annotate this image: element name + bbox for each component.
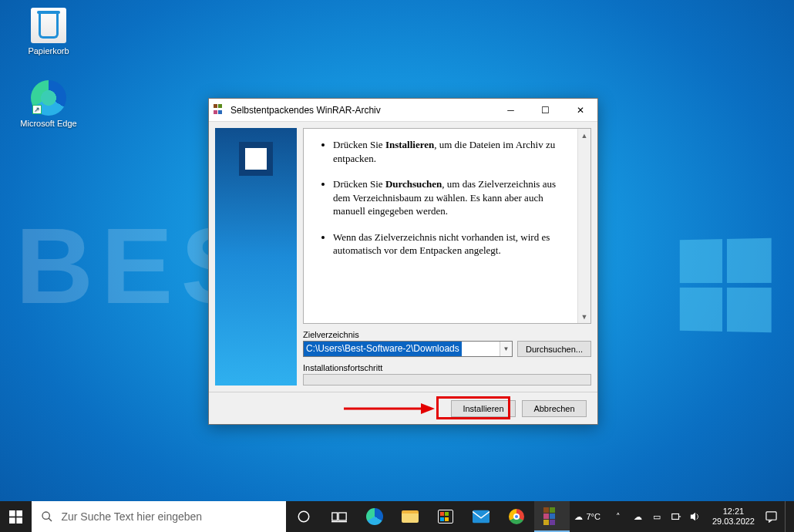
desktop-icon-label: Microsoft Edge bbox=[19, 119, 79, 128]
cancel-button[interactable]: Abbrechen bbox=[522, 400, 587, 417]
tray-network-icon[interactable] bbox=[671, 511, 682, 523]
taskbar-search[interactable]: Zur Suche Text hier eingeben bbox=[32, 501, 286, 532]
svg-rect-2 bbox=[9, 510, 15, 517]
installer-graphic-icon bbox=[239, 142, 273, 176]
progress-label: Installationsfortschritt bbox=[303, 363, 591, 372]
dialog-info-text: Drücken Sie Installieren, um die Dateien… bbox=[303, 128, 591, 324]
task-view-icon bbox=[331, 510, 347, 523]
winrar-icon bbox=[214, 104, 226, 116]
info-bullet: Wenn das Zielverzeichnis nicht vorhanden… bbox=[333, 231, 567, 258]
svg-rect-3 bbox=[17, 510, 23, 517]
mail-icon bbox=[473, 510, 490, 524]
circle-icon bbox=[297, 510, 311, 524]
scrollbar[interactable]: ▲ ▼ bbox=[577, 129, 590, 323]
desktop: BEST E S T S E R Papierkorb ↗ Microsoft … bbox=[0, 0, 794, 532]
svg-rect-16 bbox=[766, 511, 776, 519]
tray-time: 12:21 bbox=[712, 507, 755, 517]
show-desktop-button[interactable] bbox=[785, 501, 789, 532]
winrar-icon bbox=[543, 507, 560, 524]
tray-notifications-icon[interactable] bbox=[765, 511, 777, 523]
browse-button[interactable]: Durchsuchen... bbox=[517, 341, 591, 357]
desktop-icon-recycle-bin[interactable]: Papierkorb bbox=[19, 8, 79, 56]
tray-weather[interactable]: ☁ 7°C bbox=[574, 512, 600, 522]
taskbar: Zur Suche Text hier eingeben ☁ 7°C ˄ ☁ ▭… bbox=[0, 501, 794, 532]
folder-icon bbox=[402, 510, 419, 523]
winrar-sfx-dialog: Selbstentpackendes WinRAR-Archiv ─ ☐ ✕ D… bbox=[208, 98, 598, 425]
weather-temp: 7°C bbox=[586, 512, 600, 521]
taskbar-app-explorer[interactable] bbox=[392, 501, 428, 532]
svg-rect-13 bbox=[672, 514, 679, 520]
install-button[interactable]: Installieren bbox=[451, 400, 516, 417]
task-view-button[interactable] bbox=[321, 501, 357, 532]
dialog-title: Selbstentpackendes WinRAR-Archiv bbox=[230, 105, 493, 116]
windows-icon bbox=[9, 510, 22, 524]
desktop-icon-label: Papierkorb bbox=[19, 46, 79, 56]
tray-date: 29.03.2022 bbox=[712, 517, 755, 527]
tray-volume-icon[interactable] bbox=[690, 511, 701, 523]
dialog-side-panel bbox=[215, 128, 297, 386]
info-bullet: Drücken Sie Installieren, um die Dateien… bbox=[333, 138, 567, 165]
maximize-button[interactable]: ☐ bbox=[528, 99, 563, 121]
taskbar-app-mail[interactable] bbox=[463, 501, 499, 532]
taskbar-app-edge[interactable] bbox=[357, 501, 392, 532]
tray-overflow-button[interactable]: ˄ bbox=[613, 511, 624, 523]
search-placeholder: Zur Suche Text hier eingeben bbox=[61, 510, 202, 523]
close-button[interactable]: ✕ bbox=[563, 99, 597, 121]
svg-line-7 bbox=[49, 518, 52, 521]
svg-point-6 bbox=[42, 512, 49, 519]
svg-marker-15 bbox=[691, 513, 695, 521]
desktop-icon-edge[interactable]: ↗ Microsoft Edge bbox=[19, 80, 79, 128]
svg-rect-4 bbox=[9, 517, 15, 524]
taskbar-app-chrome[interactable] bbox=[499, 501, 534, 532]
scroll-up-icon[interactable]: ▲ bbox=[578, 129, 590, 142]
start-button[interactable] bbox=[0, 501, 32, 532]
windows-logo-bg bbox=[680, 238, 772, 333]
tray-onedrive-icon[interactable]: ☁ bbox=[632, 511, 644, 523]
tray-clock[interactable]: 12:21 29.03.2022 bbox=[712, 507, 755, 526]
edge-icon bbox=[366, 508, 383, 525]
svg-rect-9 bbox=[332, 513, 338, 520]
minimize-button[interactable]: ─ bbox=[493, 99, 528, 121]
cloud-icon: ☁ bbox=[574, 512, 583, 522]
dialog-titlebar[interactable]: Selbstentpackendes WinRAR-Archiv ─ ☐ ✕ bbox=[209, 99, 597, 122]
search-icon bbox=[41, 510, 53, 523]
svg-point-8 bbox=[299, 511, 310, 522]
tray-meet-now-icon[interactable]: ▭ bbox=[651, 511, 663, 523]
chrome-icon bbox=[509, 509, 524, 524]
info-bullet: Drücken Sie Durchsuchen, um das Zielverz… bbox=[333, 177, 567, 218]
edge-icon: ↗ bbox=[31, 80, 66, 116]
system-tray: ☁ 7°C ˄ ☁ ▭ 12:21 29.03.2022 bbox=[570, 501, 794, 532]
taskbar-app-winrar[interactable] bbox=[534, 501, 570, 532]
cortana-button[interactable] bbox=[286, 501, 321, 532]
recycle-bin-icon bbox=[31, 8, 66, 43]
store-icon bbox=[438, 510, 453, 524]
progress-bar bbox=[303, 374, 591, 386]
destination-label: Zielverzeichnis bbox=[303, 330, 591, 339]
scroll-down-icon[interactable]: ▼ bbox=[578, 310, 590, 323]
svg-rect-12 bbox=[473, 510, 490, 524]
svg-rect-10 bbox=[339, 513, 347, 520]
destination-combobox[interactable]: C:\Users\Best-Software-2\Downloads ▼ bbox=[303, 341, 513, 357]
taskbar-app-store[interactable] bbox=[428, 501, 463, 532]
chevron-down-icon[interactable]: ▼ bbox=[500, 342, 512, 356]
svg-rect-5 bbox=[17, 517, 23, 524]
